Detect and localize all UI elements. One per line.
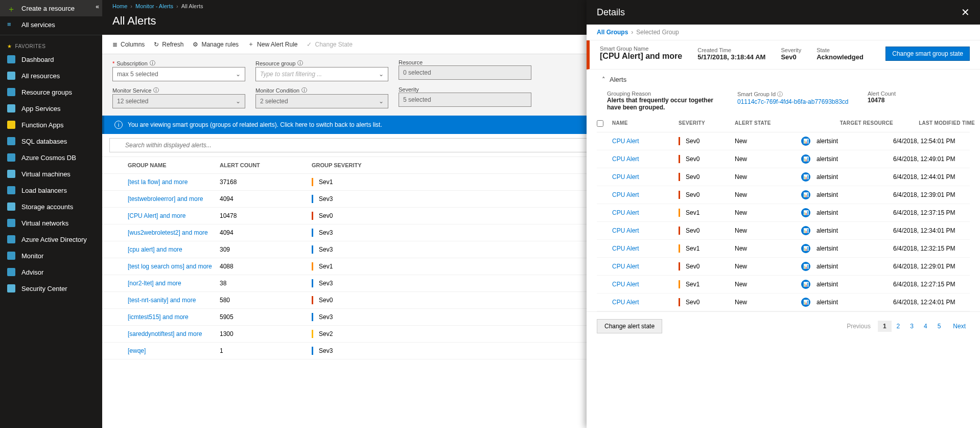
- smart-group-id[interactable]: 01114c7c-769f-4fd4-b6fa-ab77693b83cd: [737, 98, 852, 105]
- col-name[interactable]: NAME: [612, 120, 679, 128]
- group-name-link[interactable]: [test-nrt-sanity] and more: [128, 297, 220, 304]
- pager-page[interactable]: 4: [919, 321, 932, 332]
- resource-group-label: Resource group ⓘ: [255, 59, 388, 67]
- group-name-link[interactable]: [CPU Alert] and more: [128, 212, 220, 219]
- sidebar-item-dashboard[interactable]: Dashboard: [0, 51, 102, 67]
- info-icon[interactable]: ⓘ: [301, 86, 307, 94]
- sidebar-item-advisor[interactable]: Advisor: [0, 264, 102, 280]
- alert-row[interactable]: CPU AlertSev0New📊alertsint6/4/2018, 12:5…: [597, 132, 970, 150]
- alert-row[interactable]: CPU AlertSev0New📊alertsint6/4/2018, 12:3…: [597, 186, 970, 204]
- sidebar-item-rg[interactable]: Resource groups: [0, 84, 102, 100]
- alert-name-link[interactable]: CPU Alert: [612, 281, 679, 288]
- col-alert-state[interactable]: ALERT STATE: [735, 120, 801, 128]
- pager-previous[interactable]: Previous: [843, 321, 875, 332]
- info-icon[interactable]: ⓘ: [777, 91, 783, 97]
- col-target[interactable]: TARGET RESOURCE: [801, 120, 893, 128]
- sidebar-item-monitor[interactable]: Monitor: [0, 247, 102, 264]
- chevron-right-icon: ›: [176, 3, 178, 9]
- group-name-link[interactable]: [nor2-ltet] and more: [128, 280, 220, 287]
- pager-next[interactable]: Next: [949, 321, 970, 332]
- alert-row[interactable]: CPU AlertSev1New📊alertsint6/4/2018, 12:3…: [597, 240, 970, 258]
- sidebar-item-label: Monitor: [21, 252, 43, 260]
- sidebar-item-sec[interactable]: Security Center: [0, 280, 102, 297]
- create-resource[interactable]: ＋ Create a resource: [0, 0, 102, 16]
- group-name-link[interactable]: [ewqe]: [128, 347, 220, 354]
- alert-row[interactable]: CPU AlertSev0New📊alertsint6/4/2018, 12:2…: [597, 294, 970, 311]
- group-name-link[interactable]: [testwebroleerror] and more: [128, 195, 220, 202]
- refresh-button[interactable]: ↻ Refresh: [154, 41, 183, 48]
- columns-button[interactable]: ≣ Columns: [112, 41, 145, 48]
- select-all-checkbox[interactable]: [597, 120, 603, 127]
- rg-icon: [7, 88, 15, 96]
- alerts-section-header[interactable]: ˄ Alerts: [587, 70, 980, 85]
- sidebar-item-sql[interactable]: SQL databases: [0, 133, 102, 149]
- sidebar-item-apps[interactable]: App Services: [0, 100, 102, 117]
- alerts-meta: Grouping Reason Alerts that frequently o…: [587, 85, 980, 116]
- group-name-link[interactable]: [icmtest515] and more: [128, 313, 220, 321]
- alert-modified: 6/4/2018, 12:29:01 PM: [893, 263, 975, 270]
- group-name-link[interactable]: [cpu alert] and more: [128, 246, 220, 253]
- alert-row[interactable]: CPU AlertSev0New📊alertsint6/4/2018, 12:3…: [597, 222, 970, 240]
- resource-icon: 📊: [801, 208, 810, 217]
- severity-bar-icon: [679, 191, 680, 199]
- sidebar-item-vnet[interactable]: Virtual networks: [0, 215, 102, 231]
- severity-label: Severity: [781, 47, 801, 53]
- alert-row[interactable]: CPU AlertSev0New📊alertsint6/4/2018, 12:4…: [597, 168, 970, 186]
- subscription-select[interactable]: max 5 selected⌄: [112, 67, 245, 81]
- severity-select[interactable]: 5 selected: [399, 93, 531, 107]
- close-icon[interactable]: ✕: [961, 6, 970, 18]
- col-group-severity[interactable]: GROUP SEVERITY: [312, 162, 404, 168]
- sidebar-item-allres[interactable]: All resources: [0, 67, 102, 84]
- collapse-sidebar-icon[interactable]: «: [96, 3, 99, 10]
- monitor-condition-select[interactable]: 2 selected⌄: [255, 94, 388, 108]
- col-severity[interactable]: SEVERITY: [679, 120, 735, 128]
- manage-rules-button[interactable]: ⚙ Manage rules: [193, 41, 239, 48]
- info-icon[interactable]: ⓘ: [150, 59, 155, 67]
- resource-select[interactable]: 0 selected: [399, 65, 531, 80]
- pager-page[interactable]: 3: [905, 321, 919, 332]
- change-alert-state-button[interactable]: Change alert state: [597, 319, 662, 333]
- alert-row[interactable]: CPU AlertSev1New📊alertsint6/4/2018, 12:2…: [597, 276, 970, 294]
- group-name-link[interactable]: [test log search oms] and more: [128, 263, 220, 270]
- alert-name-link[interactable]: CPU Alert: [612, 209, 679, 216]
- sidebar-item-func[interactable]: Function Apps: [0, 117, 102, 133]
- change-smart-group-state-button[interactable]: Change smart group state: [885, 47, 970, 61]
- alert-row[interactable]: CPU AlertSev0New📊alertsint6/4/2018, 12:4…: [597, 150, 970, 168]
- new-rule-label: New Alert Rule: [257, 41, 297, 48]
- resource-group-select[interactable]: Type to start filtering ...⌄: [255, 67, 388, 81]
- new-alert-rule-button[interactable]: ＋ New Alert Rule: [248, 40, 297, 49]
- sidebar-item-vm[interactable]: Virtual machines: [0, 166, 102, 182]
- alert-name-link[interactable]: CPU Alert: [612, 245, 679, 252]
- alert-name-link[interactable]: CPU Alert: [612, 138, 679, 145]
- alert-row[interactable]: CPU AlertSev0New📊alertsint6/4/2018, 12:2…: [597, 258, 970, 276]
- sidebar-item-lb[interactable]: Load balancers: [0, 182, 102, 198]
- bc-home[interactable]: Home: [112, 3, 127, 9]
- alert-name-link[interactable]: CPU Alert: [612, 263, 679, 270]
- alert-name-link[interactable]: CPU Alert: [612, 173, 679, 181]
- severity-bar-icon: [679, 137, 680, 145]
- bc-all-groups[interactable]: All Groups: [597, 29, 628, 36]
- group-name-link[interactable]: [wus2webroletest2] and more: [128, 229, 220, 236]
- sidebar-item-aad[interactable]: Azure Active Directory: [0, 231, 102, 247]
- sidebar-item-cosmos[interactable]: Azure Cosmos DB: [0, 149, 102, 166]
- pager-page[interactable]: 1: [878, 321, 892, 332]
- group-name-link[interactable]: [sareddynotiftest] and more: [128, 330, 220, 337]
- info-icon[interactable]: ⓘ: [153, 86, 159, 94]
- alert-name-link[interactable]: CPU Alert: [612, 155, 679, 163]
- alert-row[interactable]: CPU AlertSev1New📊alertsint6/4/2018, 12:3…: [597, 204, 970, 222]
- created-time: 5/17/2018, 3:18:44 AM: [697, 53, 765, 61]
- alert-name-link[interactable]: CPU Alert: [612, 191, 679, 198]
- bc-monitor[interactable]: Monitor - Alerts: [135, 3, 173, 9]
- col-group-name[interactable]: GROUP NAME: [128, 162, 220, 168]
- monitor-service-select[interactable]: 12 selected⌄: [112, 94, 245, 108]
- col-modified[interactable]: LAST MODIFIED TIME: [893, 120, 975, 128]
- pager-page[interactable]: 5: [932, 321, 946, 332]
- group-name-link[interactable]: [test la flow] and more: [128, 178, 220, 186]
- all-services[interactable]: ≡ All services: [0, 16, 102, 33]
- info-icon[interactable]: ⓘ: [297, 59, 303, 67]
- alert-name-link[interactable]: CPU Alert: [612, 227, 679, 234]
- sidebar-item-storage[interactable]: Storage accounts: [0, 198, 102, 215]
- col-alert-count[interactable]: ALERT COUNT: [220, 162, 312, 168]
- alert-name-link[interactable]: CPU Alert: [612, 299, 679, 306]
- pager-page[interactable]: 2: [892, 321, 905, 332]
